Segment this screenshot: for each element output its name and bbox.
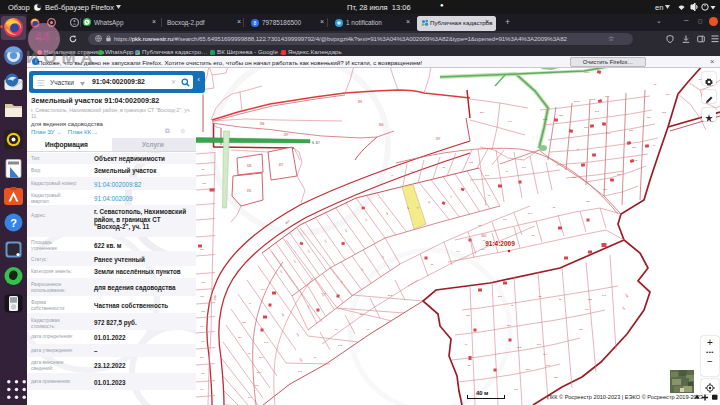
svg-text:145: 145 [514, 388, 519, 391]
svg-text:297: 297 [436, 137, 441, 141]
svg-text:191: 191 [247, 189, 252, 193]
svg-text:112: 112 [632, 146, 636, 149]
svg-text:542: 542 [338, 344, 343, 347]
svg-text:108: 108 [247, 164, 252, 168]
svg-text:?: ? [10, 217, 17, 229]
svg-text:296: 296 [260, 122, 265, 126]
svg-text:139: 139 [579, 328, 584, 331]
svg-text:152: 152 [517, 346, 522, 349]
svg-text:271: 271 [595, 110, 600, 113]
svg-text:Б. 307: Б. 307 [312, 141, 320, 145]
svg-text:523: 523 [588, 298, 593, 301]
svg-text:190: 190 [585, 308, 590, 311]
svg-text:290: 290 [213, 295, 218, 301]
svg-text:273: 273 [591, 98, 596, 101]
svg-text:211: 211 [466, 314, 470, 317]
svg-text:248: 248 [537, 343, 542, 346]
svg-text:91:4:2009: 91:4:2009 [485, 240, 515, 247]
svg-text:390: 390 [379, 123, 384, 127]
svg-text:505: 505 [662, 111, 667, 114]
svg-text:180: 180 [617, 173, 622, 176]
svg-text:88/1: 88/1 [526, 368, 531, 371]
svg-text:197: 197 [546, 364, 551, 367]
svg-text:138: 138 [559, 114, 564, 117]
svg-text:194: 194 [543, 353, 548, 356]
svg-text:547: 547 [602, 294, 607, 297]
svg-text:118: 118 [469, 161, 474, 164]
svg-text:84/1: 84/1 [481, 234, 487, 238]
svg-text:21/2: 21/2 [388, 294, 393, 296]
svg-text:529: 529 [647, 116, 652, 119]
svg-text:262: 262 [543, 118, 548, 121]
svg-text:275: 275 [572, 176, 577, 179]
svg-text:457: 457 [279, 163, 284, 167]
svg-text:83/1: 83/1 [585, 71, 590, 74]
svg-text:201: 201 [498, 295, 503, 298]
svg-text:504: 504 [666, 93, 671, 96]
svg-text:236: 236 [554, 376, 559, 379]
svg-text:210/1: 210/1 [574, 100, 581, 103]
svg-text:200: 200 [507, 324, 512, 327]
svg-text:181: 181 [603, 188, 608, 191]
svg-text:136: 136 [584, 126, 589, 129]
svg-text:297: 297 [284, 133, 289, 137]
svg-text:196: 196 [605, 95, 610, 98]
svg-text:136: 136 [586, 200, 591, 203]
svg-text:84/1: 84/1 [606, 132, 611, 135]
svg-text:528: 528 [629, 129, 634, 132]
svg-text:391: 391 [358, 100, 363, 104]
svg-text:8: 8 [254, 20, 257, 26]
